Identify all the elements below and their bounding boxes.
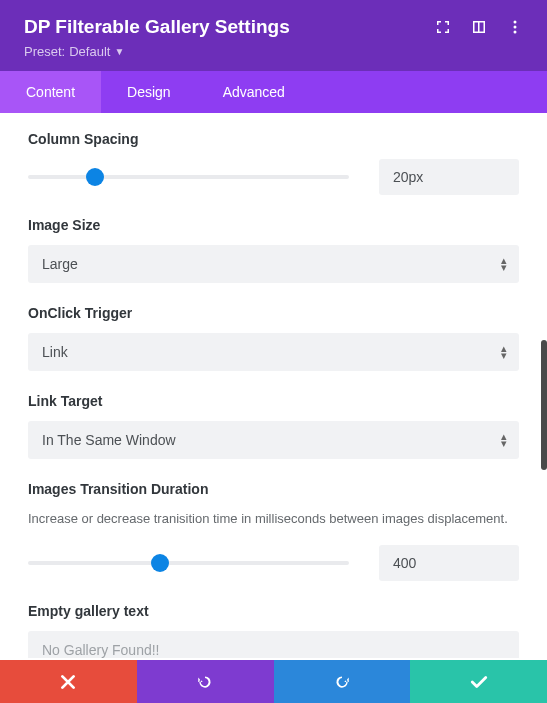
image-size-select[interactable]: Large — [28, 245, 519, 283]
tabs: Content Design Advanced — [0, 71, 547, 113]
svg-point-0 — [514, 21, 517, 24]
svg-point-2 — [514, 31, 517, 34]
field-link-target: Link Target In The Same Window ▴▾ — [28, 393, 519, 459]
redo-icon — [333, 673, 351, 691]
column-spacing-slider[interactable] — [28, 175, 349, 179]
tab-design[interactable]: Design — [101, 71, 197, 113]
close-icon — [59, 673, 77, 691]
cancel-button[interactable] — [0, 660, 137, 703]
undo-button[interactable] — [137, 660, 274, 703]
settings-header: DP Filterable Gallery Settings Preset: D… — [0, 0, 547, 71]
column-spacing-label: Column Spacing — [28, 131, 519, 147]
preset-label: Preset: — [24, 44, 65, 59]
onclick-trigger-label: OnClick Trigger — [28, 305, 519, 321]
preset-value: Default — [69, 44, 110, 59]
check-icon — [470, 673, 488, 691]
field-column-spacing: Column Spacing — [28, 131, 519, 195]
onclick-trigger-select[interactable]: Link — [28, 333, 519, 371]
empty-gallery-label: Empty gallery text — [28, 603, 519, 619]
transition-duration-label: Images Transition Duration — [28, 481, 519, 497]
preset-dropdown[interactable]: Preset: Default ▼ — [24, 44, 523, 59]
transition-duration-slider[interactable] — [28, 561, 349, 565]
link-target-select[interactable]: In The Same Window — [28, 421, 519, 459]
column-spacing-input[interactable] — [379, 159, 519, 195]
field-onclick-trigger: OnClick Trigger Link ▴▾ — [28, 305, 519, 371]
slider-thumb[interactable] — [86, 168, 104, 186]
save-button[interactable] — [410, 660, 547, 703]
kebab-menu-icon[interactable] — [507, 19, 523, 35]
tab-content[interactable]: Content — [0, 71, 101, 113]
link-target-label: Link Target — [28, 393, 519, 409]
svg-point-1 — [514, 26, 517, 29]
scrollbar[interactable] — [541, 340, 547, 470]
field-image-size: Image Size Large ▴▾ — [28, 217, 519, 283]
chevron-down-icon: ▼ — [114, 46, 124, 57]
expand-icon[interactable] — [435, 19, 451, 35]
redo-button[interactable] — [274, 660, 411, 703]
empty-gallery-input[interactable] — [28, 631, 519, 659]
footer-actions — [0, 660, 547, 703]
field-empty-gallery: Empty gallery text — [28, 603, 519, 659]
field-transition-duration: Images Transition Duration Increase or d… — [28, 481, 519, 581]
settings-title: DP Filterable Gallery Settings — [24, 16, 290, 38]
undo-icon — [196, 673, 214, 691]
panel-icon[interactable] — [471, 19, 487, 35]
transition-duration-input[interactable] — [379, 545, 519, 581]
transition-duration-description: Increase or decrease tranisition time in… — [28, 509, 519, 529]
slider-thumb[interactable] — [151, 554, 169, 572]
settings-content: Column Spacing Image Size Large ▴▾ OnCli… — [0, 113, 547, 658]
tab-advanced[interactable]: Advanced — [197, 71, 311, 113]
image-size-label: Image Size — [28, 217, 519, 233]
